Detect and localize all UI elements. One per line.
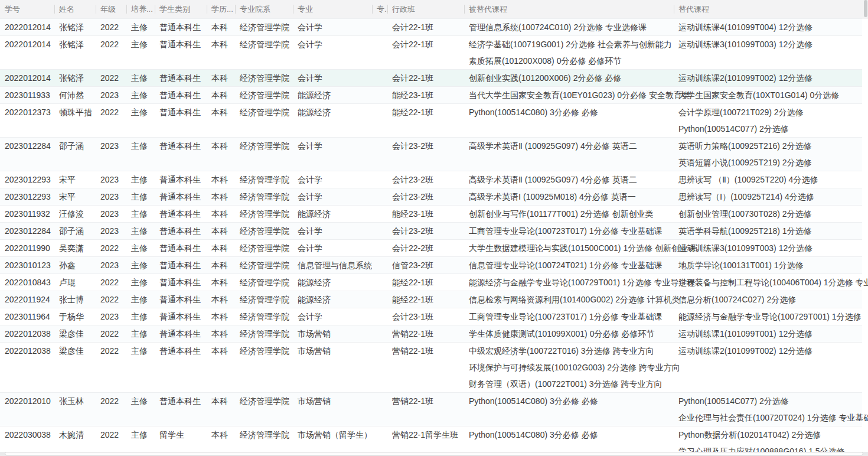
cell-train: 主修 [126, 70, 155, 87]
cell-train: 主修 [126, 188, 155, 206]
table-row[interactable]: 2022012010张玉林2022主修普通本科生本科经济管理学院市场营销营销22… [0, 393, 868, 426]
replaced-course: 高级学术英语Ⅰ (100925M018) 4分必修 英语一 [469, 188, 674, 205]
cell-id: 2023012284 [0, 223, 54, 240]
cell-category: 普通本科生 [155, 171, 207, 188]
table-row[interactable]: 2022012038梁彦佳2022主修普通本科生本科经济管理学院市场营销营销22… [0, 343, 868, 393]
row-gutter [862, 206, 868, 223]
cell-level: 本科 [207, 171, 235, 188]
table-row[interactable]: 2023011964于杨华2023主修普通本科生本科经济管理学院会计学会计23-… [0, 308, 868, 325]
table-row[interactable]: 2023011932汪修浚2023主修普通本科生本科经济管理学院能源经济能经23… [0, 206, 868, 223]
table-row[interactable]: 2023012284邵子涵2023主修普通本科生本科经济管理学院会计学会计23-… [0, 223, 868, 240]
table-row[interactable]: 2023012293宋平2023主修普通本科生本科经济管理学院会计学会计23-2… [0, 188, 868, 206]
table-row[interactable]: 2022012373顿珠平措2022主修普通本科生本科经济管理学院能源经济能经2… [0, 104, 868, 138]
cell-id: 2022012038 [0, 343, 54, 393]
table-row[interactable]: 2022011924张士博2022主修普通本科生本科经济管理学院能源经济能经22… [0, 291, 868, 308]
row-gutter [862, 138, 868, 171]
cell-replacement: 地质学导论(100131T001) 1分选修 [674, 257, 862, 274]
column-header-level[interactable]: 学历... [207, 0, 235, 19]
cell-major: 会计学 [293, 19, 372, 36]
table-row[interactable]: 2023010123孙鑫2023主修普通本科生本科经济管理学院信息管理与信息系统… [0, 257, 868, 274]
cell-replacement: 思辨读写（Ⅰ）(100925T214) 4分选修 [674, 188, 862, 206]
column-header-class[interactable]: 行政班 [387, 0, 464, 19]
cell-spare [372, 87, 387, 104]
column-header-college[interactable]: 专业院系 [235, 0, 293, 19]
cell-train: 主修 [126, 393, 155, 426]
row-gutter [862, 240, 868, 257]
cell-level: 本科 [207, 325, 235, 343]
row-gutter [862, 70, 868, 87]
row-gutter [862, 19, 868, 36]
replaced-course: 信息管理专业导论(100724T021) 1分必修 专业基础课 [469, 257, 674, 273]
cell-level: 本科 [207, 36, 235, 70]
cell-id: 2023010123 [0, 257, 54, 274]
cell-level: 本科 [207, 291, 235, 308]
cell-replaced: 当代大学生国家安全教育(10EY01G023) 0分必修 安全教育类 [464, 87, 674, 104]
table-row[interactable]: 2022011990吴奕潇2022主修普通本科生本科经济管理学院会计学会计22-… [0, 240, 868, 257]
cell-major: 市场营销 [293, 325, 372, 343]
cell-level: 本科 [207, 393, 235, 426]
table-row[interactable]: 2022012014张铭泽2022主修普通本科生本科经济管理学院会计学会计22-… [0, 36, 868, 70]
column-header-replaced[interactable]: 被替代课程 [464, 0, 674, 19]
table-row[interactable]: 2022012038梁彦佳2022主修普通本科生本科经济管理学院市场营销营销22… [0, 325, 868, 343]
column-header-category[interactable]: 学生类别 [155, 0, 207, 19]
cell-name: 张玉林 [54, 393, 96, 426]
column-header-replacement[interactable]: 替代课程 [674, 0, 862, 19]
cell-replaced: 信息检索与网络资源利用(101400G002) 2分选修 计算机类 [464, 291, 674, 308]
column-header-label: 培养... [131, 5, 153, 14]
cell-replaced: 高级学术英语Ⅱ (100925G097) 4分必修 英语二 [464, 171, 674, 188]
cell-major: 会计学 [293, 188, 372, 206]
replacement-course: Python数据分析(102014T042) 2分选修 [678, 426, 862, 443]
cell-major: 市场营销 [293, 343, 372, 393]
column-header-spare[interactable]: 专... [372, 0, 387, 19]
table-row[interactable]: 2023012293宋平2023主修普通本科生本科经济管理学院会计学会计23-2… [0, 171, 868, 188]
table-row[interactable]: 2022010843卢琨2022主修普通本科生本科经济管理学院能源经济能经22-… [0, 274, 868, 291]
column-header-id[interactable]: 学号 [0, 0, 54, 19]
cell-level: 本科 [207, 104, 235, 138]
column-header-label: 学号 [5, 5, 20, 14]
cell-class: 会计23-2班 [387, 138, 464, 171]
cell-id: 2023011933 [0, 87, 54, 104]
cell-category: 普通本科生 [155, 206, 207, 223]
column-header-name[interactable]: 姓名 [54, 0, 96, 19]
cell-class: 能经22-1班 [387, 291, 464, 308]
horizontal-scrollbar[interactable] [0, 452, 868, 456]
cell-college: 经济管理学院 [235, 188, 293, 206]
column-header-major[interactable]: 专业 [293, 0, 372, 19]
cell-grade: 2022 [96, 36, 126, 70]
row-gutter [862, 343, 868, 393]
cell-grade: 2023 [96, 206, 126, 223]
cell-spare [372, 343, 387, 393]
cell-college: 经济管理学院 [235, 291, 293, 308]
cell-level: 本科 [207, 240, 235, 257]
row-gutter [862, 223, 868, 240]
cell-class: 会计22-1班 [387, 19, 464, 36]
cell-category: 普通本科生 [155, 223, 207, 240]
table-row[interactable]: 2022012014张铭泽2022主修普通本科生本科经济管理学院会计学会计22-… [0, 70, 868, 87]
course-replacement-table: 学号姓名年级培养...学生类别学历...专业院系专业专...行政班被替代课程替代… [0, 0, 868, 456]
replacement-course: 运动训练课2(101099T002) 12分选修 [678, 70, 862, 86]
table-row[interactable]: 2023011933何沛然2023主修普通本科生本科经济管理学院能源经济能经23… [0, 87, 868, 104]
cell-college: 经济管理学院 [235, 36, 293, 70]
cell-train: 主修 [126, 325, 155, 343]
replacement-course: 英语学科导航(100925T218) 1分选修 [678, 223, 862, 239]
column-header-train[interactable]: 培养... [126, 0, 155, 19]
cell-grade: 2022 [96, 274, 126, 291]
cell-replaced: 工商管理专业导论(100723T017) 1分必修 专业基础课 [464, 223, 674, 240]
cell-train: 主修 [126, 87, 155, 104]
vertical-scrollbar-thumb[interactable] [864, 0, 867, 17]
table-row[interactable]: 2022012014张铭泽2022主修普通本科生本科经济管理学院会计学会计22-… [0, 19, 868, 36]
cell-spare [372, 223, 387, 240]
replacement-course: 英语短篇小说(100925T219) 2分选修 [678, 154, 862, 171]
cell-replaced: 中级宏观经济学(100722T016) 3分选修 跨专业方向环境保护与可持续发展… [464, 343, 674, 393]
cell-replacement: 运动训练课3(101099T003) 12分选修 [674, 240, 862, 257]
cell-name: 梁彦佳 [54, 325, 96, 343]
column-header-grade[interactable]: 年级 [96, 0, 126, 19]
cell-id: 2022012014 [0, 19, 54, 36]
horizontal-scrollbar-thumb[interactable] [5, 452, 863, 455]
table-row[interactable]: 2023012284邵子涵2023主修普通本科生本科经济管理学院会计学会计23-… [0, 138, 868, 171]
cell-category: 普通本科生 [155, 291, 207, 308]
cell-class: 营销22-1班 [387, 393, 464, 426]
column-header-label: 被替代课程 [469, 5, 507, 14]
cell-name: 梁彦佳 [54, 343, 96, 393]
cell-spare [372, 171, 387, 188]
